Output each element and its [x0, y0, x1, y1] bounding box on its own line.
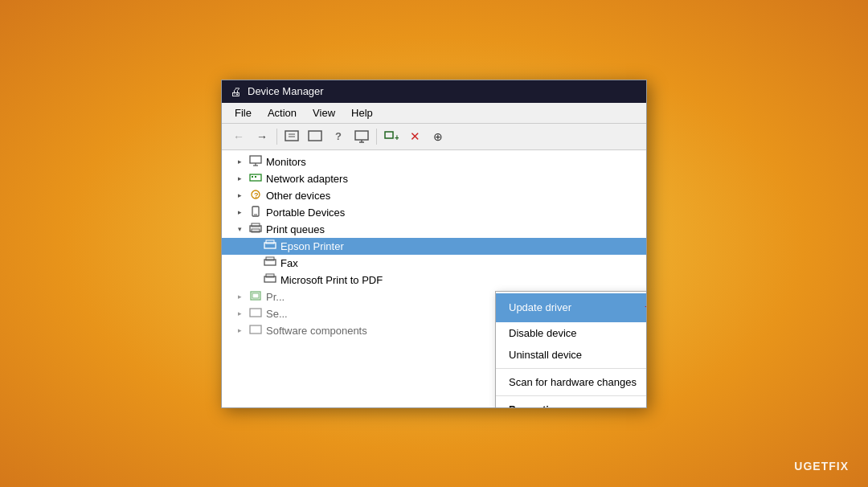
menu-help[interactable]: Help — [345, 105, 379, 121]
software-icon — [249, 324, 262, 338]
security-label: Se... — [266, 308, 288, 320]
portable-arrow — [238, 208, 246, 216]
svg-rect-7 — [385, 132, 393, 138]
software-arrow — [238, 326, 246, 334]
help-button[interactable]: ? — [328, 127, 349, 146]
tree-child-3[interactable]: Microsoft Print to PDF — [222, 272, 646, 289]
disable-device-label: Disable device — [509, 327, 577, 339]
svg-rect-0 — [285, 131, 298, 141]
back-button[interactable]: ← — [228, 127, 249, 146]
separator-1 — [276, 129, 277, 145]
svg-rect-3 — [309, 131, 321, 141]
svg-rect-9 — [250, 156, 261, 163]
portable-label: Portable Devices — [266, 207, 345, 219]
uninstall-button[interactable]: ✕ — [404, 127, 425, 146]
security-icon — [249, 307, 262, 321]
svg-rect-29 — [252, 293, 259, 298]
context-menu-separator-2 — [496, 395, 646, 396]
tree-item-portable[interactable]: Portable Devices — [222, 204, 646, 221]
printqueues-arrow — [238, 225, 246, 233]
monitors-icon — [249, 155, 262, 169]
tree-child-1[interactable]: Epson Printer — [222, 238, 646, 255]
separator-2 — [376, 129, 377, 145]
toolbar: ← → ? + ✕ ⊕ — [222, 124, 646, 150]
device-manager-window: 🖨 Device Manager File Action View Help ←… — [221, 80, 647, 408]
update-driver-label: Update driver — [509, 301, 571, 313]
software-label: Software components — [266, 325, 367, 337]
child3-label: Microsoft Print to PDF — [280, 274, 383, 286]
printqueues-label: Print queues — [266, 223, 325, 235]
child2-label: Fax — [280, 257, 298, 269]
scan-button[interactable]: ⊕ — [428, 127, 448, 146]
tree-item-monitors[interactable]: Monitors — [222, 153, 646, 170]
other-icon: ? — [249, 189, 262, 203]
network-label: Network adapters — [266, 173, 348, 185]
svg-rect-30 — [250, 309, 261, 317]
context-menu-uninstall-device[interactable]: Uninstall device — [496, 344, 646, 366]
processors-label: Pr... — [266, 291, 285, 303]
add-driver-button[interactable]: + — [381, 127, 402, 146]
properties-label: Properties — [509, 403, 560, 407]
svg-rect-13 — [252, 176, 253, 178]
svg-text:?: ? — [254, 191, 259, 199]
tree-item-other[interactable]: ? Other devices — [222, 187, 646, 204]
security-arrow — [238, 309, 246, 317]
monitors-arrow — [238, 158, 246, 166]
menu-file[interactable]: File — [228, 105, 258, 121]
tree-child-2[interactable]: Fax — [222, 255, 646, 272]
context-menu-disable-device[interactable]: Disable device — [496, 322, 646, 344]
tree-item-printqueues[interactable]: Print queues — [222, 221, 646, 238]
update-button[interactable] — [305, 127, 326, 146]
network-arrow — [238, 174, 246, 182]
forward-button[interactable]: → — [252, 127, 272, 146]
display-button[interactable] — [351, 127, 372, 146]
network-icon — [249, 172, 262, 186]
title-bar-icon: 🖨 — [230, 85, 241, 98]
other-label: Other devices — [266, 190, 330, 202]
svg-text:+: + — [395, 133, 399, 142]
window-title: Device Manager — [248, 85, 324, 97]
svg-rect-4 — [355, 131, 368, 140]
content-area: Monitors Network adapters ? Other device… — [222, 150, 646, 407]
context-menu-separator-1 — [496, 368, 646, 369]
child3-icon — [264, 273, 276, 287]
context-menu-update-driver[interactable]: Update driver ★ — [496, 293, 646, 322]
title-bar: 🖨 Device Manager — [222, 80, 646, 103]
processors-arrow — [238, 293, 246, 301]
svg-rect-31 — [250, 325, 261, 334]
processors-icon — [249, 290, 262, 304]
menu-bar: File Action View Help — [222, 103, 646, 124]
context-menu-properties[interactable]: Properties — [496, 399, 646, 407]
tree-item-network[interactable]: Network adapters — [222, 170, 646, 187]
star-icon: ★ — [644, 298, 646, 317]
svg-rect-14 — [255, 176, 256, 178]
uninstall-device-label: Uninstall device — [509, 349, 582, 361]
portable-icon — [249, 206, 262, 219]
child2-icon — [264, 256, 276, 270]
child1-label: Epson Printer — [280, 240, 344, 252]
menu-action[interactable]: Action — [261, 105, 303, 121]
context-menu-scan-hardware[interactable]: Scan for hardware changes — [496, 371, 646, 393]
scan-hardware-label: Scan for hardware changes — [509, 376, 637, 388]
printqueues-icon — [249, 223, 262, 236]
monitors-label: Monitors — [266, 156, 306, 168]
context-menu: Update driver ★ Disable device Uninstall… — [495, 291, 646, 407]
watermark-text: UGETFIX — [794, 460, 849, 473]
child1-icon — [264, 239, 276, 253]
properties-button[interactable] — [281, 127, 302, 146]
other-arrow — [238, 191, 246, 199]
menu-view[interactable]: View — [306, 105, 342, 121]
